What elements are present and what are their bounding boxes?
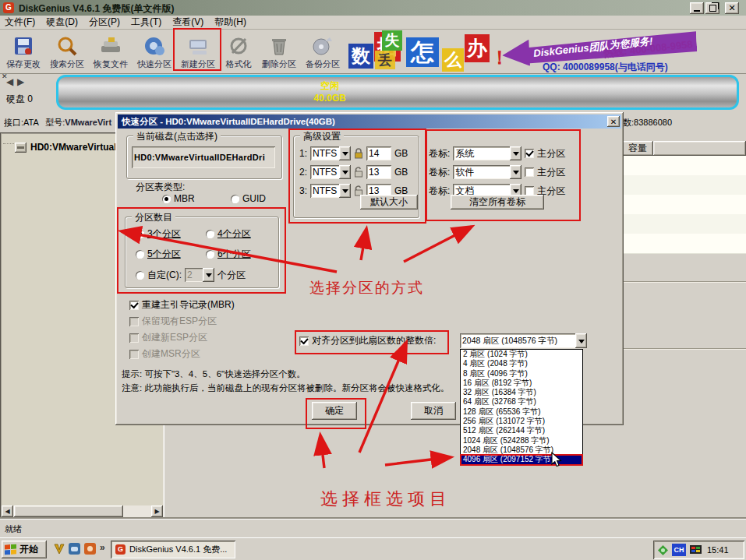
quicklaunch-icon-3[interactable] [84,543,96,555]
volume-select-2[interactable]: 软件 [453,165,521,179]
scroll-right-button[interactable]: ▶ [151,505,163,517]
dialog-titlebar[interactable]: 快速分区 - HD0:VMwareVirtualIDEHardDrive(40G… [118,114,621,129]
default-size-button[interactable]: 默认大小 [360,195,418,210]
task-button-diskgenius[interactable]: G DiskGenius V4.6.1 免费... [111,541,235,558]
align-sector-select[interactable]: 2048 扇区 (1048576 字节) [460,333,587,348]
ad-tile: 办 [465,34,490,62]
dropdown-option[interactable]: 256 扇区 (131072 字节) [461,417,582,426]
primary-checkbox-1[interactable] [525,149,534,158]
toolbar-recover-button[interactable]: 恢复文件 [89,31,133,72]
radio-3-partitions[interactable]: 3个分区 [136,227,181,241]
table-row[interactable] [622,234,746,254]
toolbar-new-partition-label: 新建分区 [181,58,215,70]
current-disk-value[interactable]: HD0:VMwareVirtualIDEHardDri [132,146,275,168]
minimize-button[interactable] [690,2,704,14]
cancel-button[interactable]: 取消 [411,402,456,420]
dropdown-option[interactable]: 4 扇区 (2048 字节) [461,359,582,368]
radio-4-partitions[interactable]: 4个分区 [206,227,251,241]
radio-custom-count[interactable]: 自定(C): 2 个分区 [136,268,246,282]
radio-3-icon [136,230,144,238]
restore-button[interactable] [705,2,719,14]
dropdown-option-selected[interactable]: 4096 扇区 (2097152 字节) [461,455,582,464]
start-button[interactable]: 开始 [2,541,47,558]
checkbox-new-esp: 创建新ESP分区 [129,331,207,344]
menu-file[interactable]: 文件(F) [5,16,35,29]
table-row[interactable] [622,156,746,176]
dropdown-option[interactable]: 2048 扇区 (1048576 字节) [461,446,582,455]
radio-5-partitions[interactable]: 5个分区 [136,248,181,261]
disk-info-row: 接口:ATA 型号:VMwareVirt [4,117,115,129]
dropdown-option[interactable]: 8 扇区 (4096 字节) [461,369,582,379]
scroll-thumb[interactable] [14,505,123,517]
row-index: 1: [299,148,307,159]
dialog-close-button[interactable]: ✕ [607,116,620,127]
toolbar-quick-partition-button[interactable]: 快速分区 [133,31,176,72]
toolbar-delete-button[interactable]: 删除分区 [257,31,301,72]
size-field-1[interactable]: 14 [366,146,391,160]
menu-view[interactable]: 查看(V) [172,16,203,29]
radio-5-icon [136,250,144,259]
disk-node-icon[interactable] [15,143,27,153]
disk-tab-label[interactable]: 硬盘 0 [6,93,33,106]
lock-open-icon[interactable] [354,167,363,178]
quick-partition-icon [143,35,166,58]
menu-tools[interactable]: 工具(T) [131,16,161,29]
volume-select-1[interactable]: 系统 [453,146,521,160]
tray-green-icon[interactable] [658,545,668,555]
table-row[interactable] [622,175,746,195]
quicklaunch-icon-2[interactable] [69,543,80,555]
tree-item-hd0[interactable]: HD0:VMwareVirtual [30,142,116,153]
row-index: 2: [299,167,307,178]
nav-right-icon[interactable]: ▶ [17,76,24,87]
fs-select-1[interactable]: NTFS [310,146,351,160]
tray-display-icon[interactable] [690,545,702,555]
table-row[interactable] [622,214,746,234]
disk-space-bar[interactable]: 空闲 40.0GB [56,75,739,110]
radio-6-icon [206,250,214,259]
toolbar-save-button[interactable]: 保存更改 [2,31,45,72]
capacity-column-header[interactable]: 容量 [622,141,653,156]
radio-guid[interactable]: GUID [231,193,266,204]
dropdown-option[interactable]: 1024 扇区 (524288 字节) [461,436,582,446]
restore-icon [709,5,716,12]
quicklaunch-more-icon[interactable]: » [100,542,105,553]
radio-mbr[interactable]: MBR [162,193,195,204]
ok-button[interactable]: 确定 [312,402,357,420]
ime-indicator[interactable]: CH [672,544,686,556]
custom-count-select[interactable]: 2 [185,268,214,282]
dropdown-option[interactable]: 64 扇区 (32768 字节) [461,397,582,407]
quicklaunch-icon-1[interactable] [53,543,65,555]
nav-left-icon[interactable]: ◀ [6,76,13,87]
menu-disk[interactable]: 硬盘(D) [46,16,78,29]
toolbar-search-button[interactable]: 搜索分区 [45,31,89,72]
dropdown-option[interactable]: 32 扇区 (16384 字节) [461,388,582,397]
volume-label: 卷标: [429,185,450,198]
clear-labels-button[interactable]: 清空所有卷标 [451,195,544,210]
align-checkbox-row[interactable]: 对齐分区到此扇区数的整数倍: [299,334,436,347]
dropdown-option[interactable]: 2 扇区 (1024 字节) [461,350,582,359]
fs-select-3[interactable]: NTFS [310,184,351,198]
clock[interactable]: 15:41 [707,545,729,555]
tree-h-scrollbar[interactable]: ◀ ▶ [2,505,163,517]
primary-checkbox-2[interactable] [525,167,534,177]
dropdown-option[interactable]: 16 扇区 (8192 字节) [461,379,582,388]
dropdown-option[interactable]: 128 扇区 (65536 字节) [461,407,582,417]
menu-help[interactable]: 帮助(H) [214,16,246,29]
windows-flag-icon [5,544,16,555]
toolbar-new-partition-button[interactable]: 新建分区 [176,31,220,72]
toolbar-backup-button[interactable]: 备份分区 [301,31,345,72]
menu-partition[interactable]: 分区(P) [89,16,120,29]
checkbox-rebuild-mbr[interactable]: 重建主引导记录(MBR) [129,298,235,312]
table-row[interactable] [622,195,746,215]
close-button[interactable]: ✕ [725,2,739,14]
ad-banner[interactable]: 数 据 丢 失 怎 么 办 ！ DiskGenius团队为您服务! 热线: 40… [346,30,697,73]
menubar: 文件(F) 硬盘(D) 分区(P) 工具(T) 查看(V) 帮助(H) [0,16,746,30]
dropdown-option[interactable]: 512 扇区 (262144 字节) [461,426,582,435]
toolbar-format-button[interactable]: 格式化 [220,31,257,72]
scroll-left-button[interactable]: ◀ [2,505,13,517]
fs-select-2[interactable]: NTFS [310,165,351,179]
size-field-2[interactable]: 13 [366,165,391,179]
lock-closed-icon[interactable] [354,148,363,159]
radio-6-partitions[interactable]: 6个分区 [206,248,251,261]
row-index: 3: [299,185,307,196]
